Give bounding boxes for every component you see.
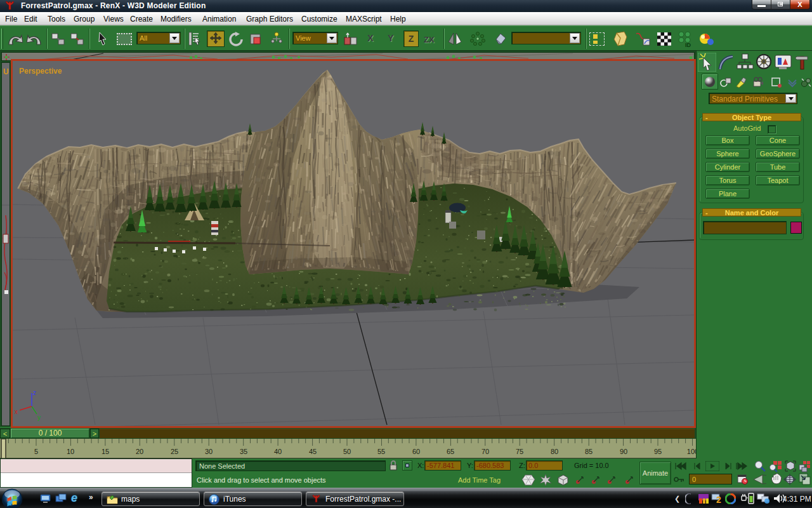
svg-text:35: 35	[240, 448, 247, 455]
svg-text:40: 40	[274, 448, 282, 455]
svg-text:5: 5	[34, 448, 38, 455]
svg-text:2: 2	[716, 495, 721, 504]
svg-text:95: 95	[654, 448, 662, 455]
svg-text:25: 25	[171, 448, 178, 455]
svg-text:45: 45	[309, 448, 317, 455]
svg-text:60: 60	[412, 448, 420, 455]
svg-text:y: y	[37, 414, 41, 421]
svg-text:85: 85	[585, 448, 593, 455]
svg-text:70: 70	[481, 448, 489, 455]
svg-text:20: 20	[136, 448, 143, 455]
svg-text:ID: ID	[685, 42, 691, 48]
svg-text:10: 10	[67, 448, 74, 455]
svg-text:90: 90	[620, 448, 627, 455]
svg-text:80: 80	[551, 448, 558, 455]
svg-text:30: 30	[205, 448, 213, 455]
svg-text:75: 75	[516, 448, 523, 455]
svg-text:U: U	[3, 67, 9, 76]
svg-text:x: x	[15, 408, 18, 415]
svg-text:50: 50	[343, 448, 351, 455]
svg-text:100: 100	[687, 448, 696, 455]
svg-text:15: 15	[102, 448, 109, 455]
svg-text:Perspective: Perspective	[19, 67, 62, 76]
svg-text:55: 55	[377, 448, 385, 455]
svg-text:z: z	[33, 389, 36, 396]
svg-text:65: 65	[447, 448, 454, 455]
